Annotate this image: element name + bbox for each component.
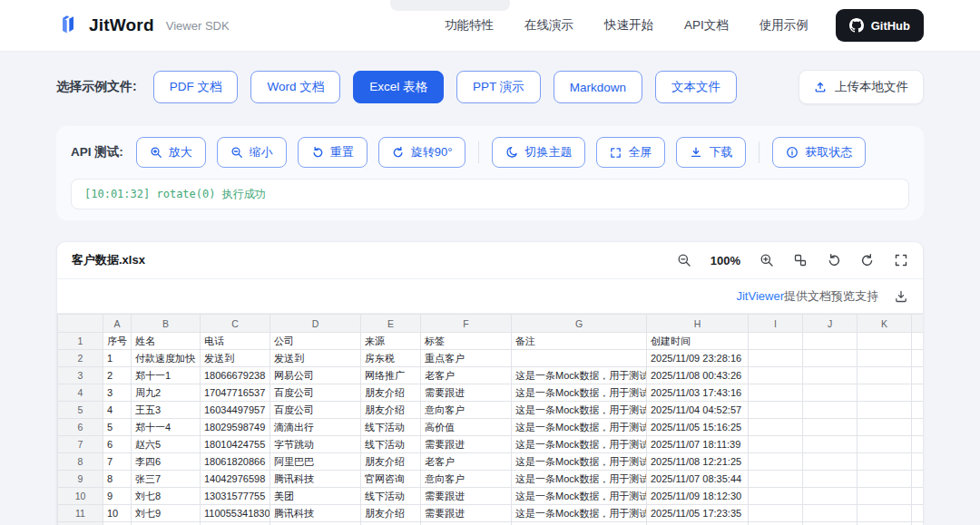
cell-K10[interactable] (858, 488, 912, 505)
cell-E12[interactable] (361, 522, 421, 525)
get-status-button[interactable]: 获取状态 (772, 137, 866, 168)
cell-B12[interactable] (132, 522, 201, 525)
file-option-pdf[interactable]: PDF 文档 (153, 71, 239, 103)
credit-download-icon[interactable] (894, 289, 908, 304)
cell-H8[interactable]: 2025/11/08 12:21:25 (647, 453, 749, 471)
upload-local-file-button[interactable]: 上传本地文件 (799, 70, 924, 104)
cell-A1[interactable]: 序号 (103, 333, 132, 350)
cell-A12[interactable] (103, 522, 132, 525)
cell-J10[interactable] (803, 488, 858, 505)
cell-A2[interactable]: 1 (103, 350, 132, 367)
rotate-90-button[interactable]: 旋转90° (378, 137, 466, 168)
cell-C8[interactable]: 18061820866 (201, 453, 270, 471)
nav-link-demo[interactable]: 在线演示 (524, 17, 573, 34)
column-header-H[interactable]: H (647, 315, 749, 333)
cell-J12[interactable] (803, 522, 858, 525)
cell-E5[interactable]: 朋友介绍 (361, 402, 421, 419)
file-option-word[interactable]: Word 文档 (250, 71, 340, 103)
cell-C3[interactable]: 18066679238 (201, 367, 270, 384)
cell-D12[interactable] (270, 522, 361, 525)
row-number-7[interactable]: 7 (58, 436, 103, 453)
cell-C5[interactable]: 16034497957 (201, 402, 270, 419)
cell-E11[interactable]: 朋友介绍 (361, 505, 421, 522)
cell-K3[interactable] (858, 367, 912, 384)
column-header-B[interactable]: B (132, 315, 201, 333)
cell-A11[interactable]: 10 (103, 505, 132, 522)
cell-B6[interactable]: 郑十一4 (132, 419, 201, 436)
file-option-text[interactable]: 文本文件 (655, 71, 737, 103)
cell-B5[interactable]: 王五3 (132, 402, 201, 419)
cell-F11[interactable]: 需要跟进 (421, 505, 512, 522)
cell-D9[interactable]: 腾讯科技 (270, 471, 361, 488)
cell-E10[interactable]: 线下活动 (361, 488, 421, 505)
cell-H5[interactable]: 2025/11/04 04:52:57 (647, 402, 749, 419)
cell-C9[interactable]: 14042976598 (201, 471, 270, 488)
cell-J9[interactable] (803, 471, 858, 488)
cell-F4[interactable]: 需要跟进 (421, 384, 512, 402)
nav-link-api-docs[interactable]: API文档 (684, 17, 729, 34)
cell-B3[interactable]: 郑十一1 (132, 367, 201, 384)
cell-H6[interactable]: 2025/11/05 15:16:25 (647, 419, 749, 436)
cell-E3[interactable]: 网络推广 (361, 367, 421, 384)
cell-H2[interactable]: 2025/11/09 23:28:16 (647, 350, 749, 367)
column-header-D[interactable]: D (270, 315, 361, 333)
column-header-E[interactable]: E (361, 315, 421, 333)
cell-C11[interactable]: 110055341830 (201, 505, 270, 522)
cell-E9[interactable]: 官网咨询 (361, 471, 421, 488)
cell-D6[interactable]: 滴滴出行 (270, 419, 361, 436)
cell-G1[interactable]: 备注 (512, 333, 647, 350)
nav-link-examples[interactable]: 使用示例 (760, 17, 808, 34)
cell-A7[interactable]: 6 (103, 436, 132, 453)
cell-F12[interactable] (421, 522, 512, 525)
cell-G10[interactable]: 这是一条Mock数据，用于测试。 (512, 488, 647, 505)
cell-F5[interactable]: 意向客户 (421, 402, 512, 419)
cell-C12[interactable] (201, 522, 270, 525)
cell-E8[interactable]: 朋友介绍 (361, 453, 421, 471)
cell-F3[interactable]: 老客户 (421, 367, 512, 384)
column-header-K[interactable]: K (858, 315, 912, 333)
cell-A4[interactable]: 3 (103, 384, 132, 402)
cell-E2[interactable]: 房东税 (361, 350, 421, 367)
cell-J3[interactable] (803, 367, 858, 384)
cell-G9[interactable]: 这是一条Mock数据，用于测试。 (512, 471, 647, 488)
cell-A9[interactable]: 8 (103, 471, 132, 488)
cell-D4[interactable]: 百度公司 (270, 384, 361, 402)
cell-J8[interactable] (803, 453, 858, 471)
jitviewer-brand[interactable]: JitViewer (736, 289, 784, 303)
cell-F10[interactable]: 需要跟进 (421, 488, 512, 505)
cell-K11[interactable] (858, 505, 912, 522)
cell-K8[interactable] (858, 453, 912, 471)
cell-B1[interactable]: 姓名 (132, 333, 201, 350)
cell-G4[interactable]: 这是一条Mock数据，用于测试。 (512, 384, 647, 402)
cell-H9[interactable]: 2025/11/07 08:35:44 (647, 471, 749, 488)
cell-B4[interactable]: 周九2 (132, 384, 201, 402)
row-number-4[interactable]: 4 (58, 384, 103, 402)
cell-C2[interactable]: 发送到 (201, 350, 270, 367)
cell-C6[interactable]: 18029598749 (201, 419, 270, 436)
cell-B9[interactable]: 张三7 (132, 471, 201, 488)
cell-A3[interactable]: 2 (103, 367, 132, 384)
row-number-1[interactable]: 1 (58, 333, 103, 350)
cell-F9[interactable]: 意向客户 (421, 471, 512, 488)
cell-H1[interactable]: 创建时间 (647, 333, 749, 350)
zoom-in-button[interactable]: 放大 (136, 137, 206, 168)
cell-E1[interactable]: 来源 (361, 333, 421, 350)
cell-I6[interactable] (749, 419, 803, 436)
cell-D1[interactable]: 公司 (270, 333, 361, 350)
cell-G12[interactable] (512, 522, 647, 525)
cell-J5[interactable] (803, 402, 858, 419)
cell-H3[interactable]: 2025/11/08 00:43:26 (647, 367, 749, 384)
cell-C4[interactable]: 17047716537 (201, 384, 270, 402)
cell-I8[interactable] (749, 453, 803, 471)
cell-I4[interactable] (749, 384, 803, 402)
cell-D2[interactable]: 发送到 (270, 350, 361, 367)
cell-A5[interactable]: 4 (103, 402, 132, 419)
cell-H10[interactable]: 2025/11/09 18:12:30 (647, 488, 749, 505)
cell-H4[interactable]: 2025/11/03 17:43:16 (647, 384, 749, 402)
file-option-markdown[interactable]: Markdown (554, 71, 642, 103)
cell-H7[interactable]: 2025/11/07 18:11:39 (647, 436, 749, 453)
cell-B11[interactable]: 刘七9 (132, 505, 201, 522)
cell-K12[interactable] (858, 522, 912, 525)
cell-A10[interactable]: 9 (103, 488, 132, 505)
viewer-rotate-ccw-icon[interactable] (827, 253, 841, 267)
